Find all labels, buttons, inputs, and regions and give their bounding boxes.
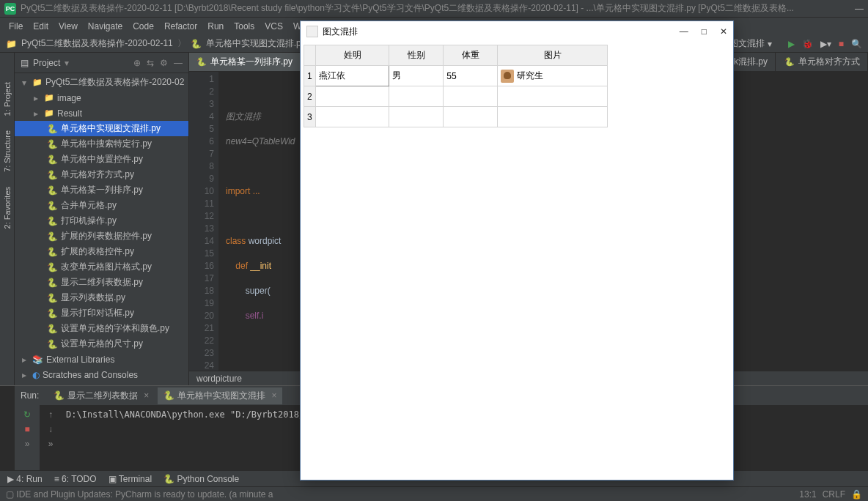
maximize-button[interactable]: □: [702, 26, 707, 37]
hide-icon[interactable]: —: [174, 58, 183, 68]
table-cell[interactable]: 男: [389, 66, 444, 86]
tab-terminal[interactable]: ▣ Terminal: [108, 474, 152, 484]
table-cell[interactable]: [389, 86, 444, 107]
qt-window-title: 图文混排: [323, 26, 680, 38]
run-more-icon[interactable]: ▶▾: [820, 39, 831, 49]
down-icon[interactable]: ↓: [48, 424, 53, 434]
table-cell[interactable]: [498, 107, 608, 127]
debug-icon[interactable]: 🐞: [802, 39, 813, 49]
table-row[interactable]: 2: [304, 86, 608, 107]
tree-file[interactable]: 🐍设置单元格的尺寸.py: [15, 336, 188, 352]
run-label: Run:: [21, 390, 39, 401]
tab-todo[interactable]: ≡ 6: TODO: [54, 474, 97, 484]
tree-file[interactable]: 🐍合并单元格.py: [15, 198, 188, 213]
run-tab-2[interactable]: 🐍单元格中实现图文混排×: [158, 387, 282, 404]
close-icon[interactable]: ×: [271, 390, 276, 401]
tree-folder-image[interactable]: ▸📁image: [15, 90, 188, 105]
menu-tools[interactable]: Tools: [229, 20, 259, 33]
table-row[interactable]: 1 燕江依 男 55 研究生: [304, 66, 608, 86]
table-header[interactable]: 性别: [389, 45, 444, 66]
menu-code[interactable]: Code: [128, 20, 158, 33]
table-cell[interactable]: [315, 107, 389, 127]
tab-structure[interactable]: 7: Structure: [3, 130, 12, 172]
line-gutter: 1234567891011121314151617181920212223242…: [189, 72, 218, 371]
tree-file[interactable]: 🐍单元格对齐方式.py: [15, 167, 188, 182]
breadcrumb-file[interactable]: 单元格中实现图文混排.p: [206, 37, 301, 50]
table-header[interactable]: 图片: [498, 45, 608, 66]
tree-file[interactable]: 🐍扩展的表格控件.py: [15, 244, 188, 259]
editor-tab-right2[interactable]: 🐍单元格对齐方式: [777, 53, 868, 71]
table-cell[interactable]: 55: [444, 66, 498, 86]
target-icon[interactable]: ⊕: [133, 58, 141, 68]
search-icon[interactable]: 🔍: [851, 39, 862, 49]
menu-edit[interactable]: Edit: [29, 20, 53, 33]
gear-icon[interactable]: ⚙: [160, 58, 168, 68]
row-header[interactable]: 3: [304, 107, 316, 127]
tree-file[interactable]: 🐍单元格某一列排序.py: [15, 182, 188, 198]
row-header[interactable]: 1: [304, 66, 316, 86]
menu-view[interactable]: View: [54, 20, 82, 33]
collapse-icon[interactable]: ⇆: [147, 58, 154, 68]
tree-file[interactable]: 🐍扩展的列表数据控件.py: [15, 229, 188, 244]
python-file-icon: 🐍: [196, 57, 207, 67]
tree-file[interactable]: 🐍单元格中放置控件.py: [15, 152, 188, 167]
table-header[interactable]: 姓明: [315, 45, 389, 66]
status-bar: ▢ IDE and Plugin Updates: PyCharm is rea…: [0, 486, 868, 501]
table-cell[interactable]: [444, 107, 498, 127]
table-cell[interactable]: [498, 86, 608, 107]
tree-file[interactable]: 🐍打印机操作.py: [15, 213, 188, 229]
close-icon[interactable]: ×: [144, 390, 149, 401]
tree-folder-result[interactable]: ▸📁Result: [15, 105, 188, 121]
tab-favorites[interactable]: 2: Favorites: [3, 187, 12, 229]
run-icon[interactable]: ▶: [788, 39, 795, 49]
qt-popup-window[interactable]: 图文混排 — □ ✕ 姓明 性别 体重 图片 1 燕江依 男 55 研究生: [300, 21, 734, 480]
run-tab-1[interactable]: 🐍显示二维列表数据×: [48, 387, 155, 404]
rerun-icon[interactable]: ↻: [23, 409, 31, 420]
tree-external-libs[interactable]: ▸📚External Libraries: [15, 352, 188, 367]
menu-file[interactable]: File: [4, 20, 27, 33]
more-icon[interactable]: »: [48, 439, 54, 449]
tab-run[interactable]: ▶ 4: Run: [7, 474, 43, 484]
menu-run[interactable]: Run: [203, 20, 228, 33]
minimize-button[interactable]: —: [855, 4, 864, 14]
close-button[interactable]: ✕: [720, 26, 727, 37]
tree-file[interactable]: 🐍显示列表数据.py: [15, 290, 188, 305]
status-position: 13:1: [799, 489, 816, 500]
tree-file[interactable]: 🐍设置单元格的字体和颜色.py: [15, 321, 188, 336]
menu-vcs[interactable]: VCS: [260, 20, 287, 33]
menu-navigate[interactable]: Navigate: [84, 20, 127, 33]
row-header[interactable]: 2: [304, 86, 316, 107]
tree-scratches[interactable]: ▸◐Scratches and Consoles: [15, 367, 188, 382]
tree-file[interactable]: 🐍显示二维列表数据.py: [15, 275, 188, 290]
minimize-button[interactable]: —: [680, 26, 688, 37]
tree-file[interactable]: 🐍显示打印对话框.py: [15, 305, 188, 321]
table-cell[interactable]: [444, 86, 498, 107]
table-row[interactable]: 3: [304, 107, 608, 127]
table-cell[interactable]: [315, 86, 389, 107]
editor-tab[interactable]: 🐍单元格某一列排序.py: [189, 53, 301, 71]
table-cell[interactable]: 燕江依: [315, 66, 389, 86]
table-header[interactable]: 体重: [444, 45, 498, 66]
menu-refactor[interactable]: Refactor: [160, 20, 202, 33]
breadcrumb-root[interactable]: PyQt5二维数据及表格操作-2020-02-11: [21, 37, 173, 50]
project-header-label[interactable]: Project: [33, 58, 60, 68]
stop-icon[interactable]: ■: [839, 39, 844, 49]
project-panel: ▤ Project ▾ ⊕ ⇆ ⚙ — ▾📁PyQt5二维数据及表格操作-202…: [15, 53, 189, 385]
lock-icon: 🔒: [851, 489, 862, 500]
table-cell[interactable]: [389, 107, 444, 127]
qt-titlebar[interactable]: 图文混排 — □ ✕: [301, 21, 733, 42]
project-drop-icon[interactable]: ▤: [21, 58, 29, 68]
tree-root[interactable]: ▾📁PyQt5二维数据及表格操作-2020-02: [15, 75, 188, 90]
tree-file[interactable]: 🐍单元格中搜索特定行.py: [15, 136, 188, 152]
tab-python-console[interactable]: 🐍 Python Console: [163, 474, 239, 484]
stop-icon[interactable]: ■: [24, 424, 29, 434]
qt-table[interactable]: 姓明 性别 体重 图片 1 燕江依 男 55 研究生 2 3: [304, 45, 608, 127]
tree-file[interactable]: 🐍改变单元格图片格式.py: [15, 259, 188, 275]
folder-icon: 📁: [6, 39, 17, 49]
tree-file[interactable]: 🐍单元格中实现图文混排.py: [15, 121, 188, 136]
up-icon[interactable]: ↑: [48, 409, 53, 420]
table-corner: [304, 45, 316, 66]
tab-project[interactable]: 1: Project: [3, 82, 12, 116]
table-cell[interactable]: 研究生: [498, 66, 608, 86]
more-icon[interactable]: »: [25, 439, 30, 449]
